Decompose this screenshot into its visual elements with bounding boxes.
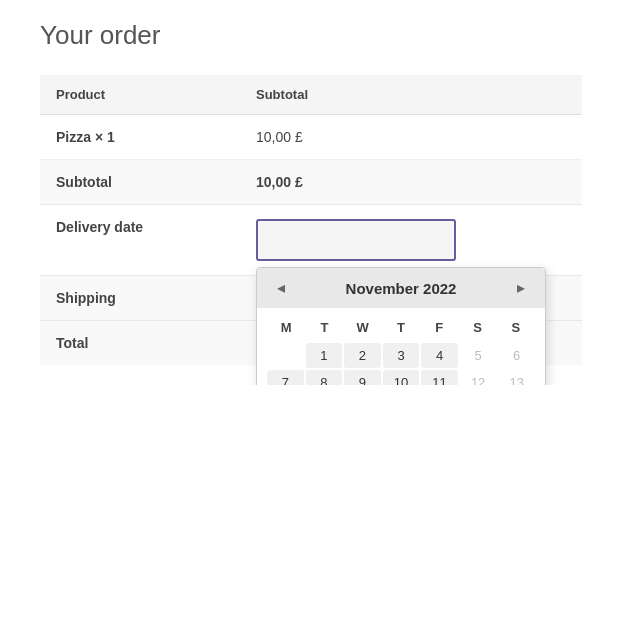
delivery-label: Delivery date	[40, 205, 240, 276]
calendar-day[interactable]: 7	[267, 370, 304, 385]
calendar-header: ◂ November 2022 ▸	[257, 268, 545, 308]
calendar-day[interactable]: 1	[306, 343, 343, 368]
col-header-product: Product	[40, 75, 240, 115]
calendar-popup: ◂ November 2022 ▸ MTWTFSS 12345678910111…	[256, 267, 546, 385]
calendar-grid: MTWTFSS 12345678910111213141516171819202…	[257, 308, 545, 385]
delivery-date-input[interactable]	[256, 219, 456, 261]
calendar-prev-button[interactable]: ◂	[271, 278, 291, 298]
subtotal-value: 10,00 £	[240, 160, 582, 205]
calendar-day-disabled: 6	[498, 343, 535, 368]
day-header: S	[458, 316, 496, 339]
col-header-subtotal: Subtotal	[240, 75, 582, 115]
subtotal-row: Subtotal 10,00 £	[40, 160, 582, 205]
order-table: Product Subtotal Pizza × 1 10,00 £ Subto…	[40, 75, 582, 365]
calendar-day[interactable]: 4	[421, 343, 458, 368]
delivery-row: Delivery date ◂ November 2022 ▸ MTWTFSS	[40, 205, 582, 276]
calendar-day-disabled: 12	[460, 370, 497, 385]
calendar-days: 1234567891011121314151617181920212223242…	[267, 343, 535, 385]
product-name: Pizza × 1	[40, 115, 240, 160]
calendar-day-disabled: 5	[460, 343, 497, 368]
calendar-day[interactable]: 10	[383, 370, 420, 385]
calendar-day-disabled: 13	[498, 370, 535, 385]
total-label: Total	[40, 321, 240, 366]
shipping-label: Shipping	[40, 276, 240, 321]
calendar-day[interactable]: 8	[306, 370, 343, 385]
calendar-day[interactable]: 11	[421, 370, 458, 385]
page-title: Your order	[40, 20, 582, 51]
day-header: M	[267, 316, 305, 339]
day-header: T	[382, 316, 420, 339]
day-header: W	[344, 316, 382, 339]
day-header: S	[497, 316, 535, 339]
product-row: Pizza × 1 10,00 £	[40, 115, 582, 160]
calendar-empty-cell	[267, 343, 304, 368]
product-price: 10,00 £	[240, 115, 582, 160]
calendar-next-button[interactable]: ▸	[511, 278, 531, 298]
calendar-day[interactable]: 2	[344, 343, 381, 368]
delivery-input-cell: ◂ November 2022 ▸ MTWTFSS 12345678910111…	[240, 205, 582, 276]
calendar-day[interactable]: 9	[344, 370, 381, 385]
calendar-days-header: MTWTFSS	[267, 316, 535, 339]
calendar-month-year: November 2022	[346, 280, 457, 297]
calendar-day[interactable]: 3	[383, 343, 420, 368]
day-header: F	[420, 316, 458, 339]
subtotal-label: Subtotal	[40, 160, 240, 205]
delivery-input-wrapper: ◂ November 2022 ▸ MTWTFSS 12345678910111…	[256, 219, 566, 261]
day-header: T	[305, 316, 343, 339]
